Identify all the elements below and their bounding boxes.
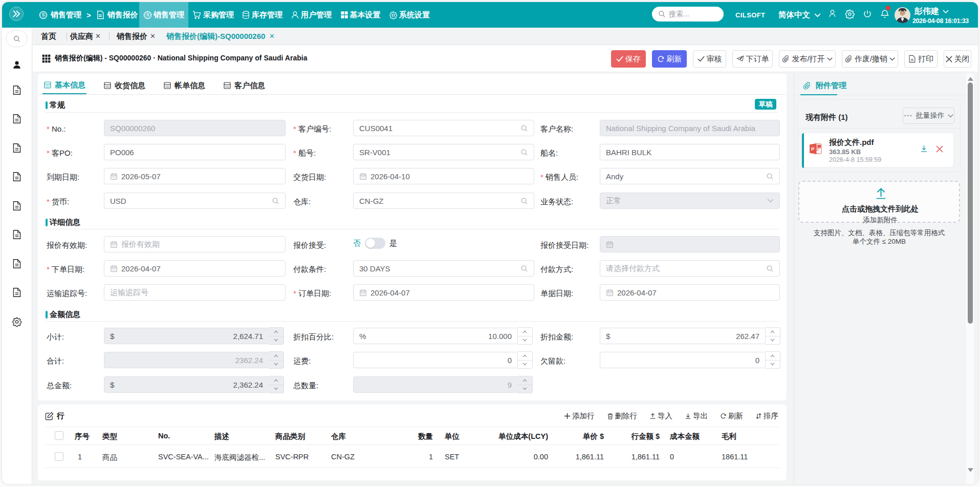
svg-text:P: P bbox=[811, 146, 815, 152]
svg-text:S: S bbox=[146, 12, 149, 17]
svg-text:S: S bbox=[42, 12, 45, 17]
